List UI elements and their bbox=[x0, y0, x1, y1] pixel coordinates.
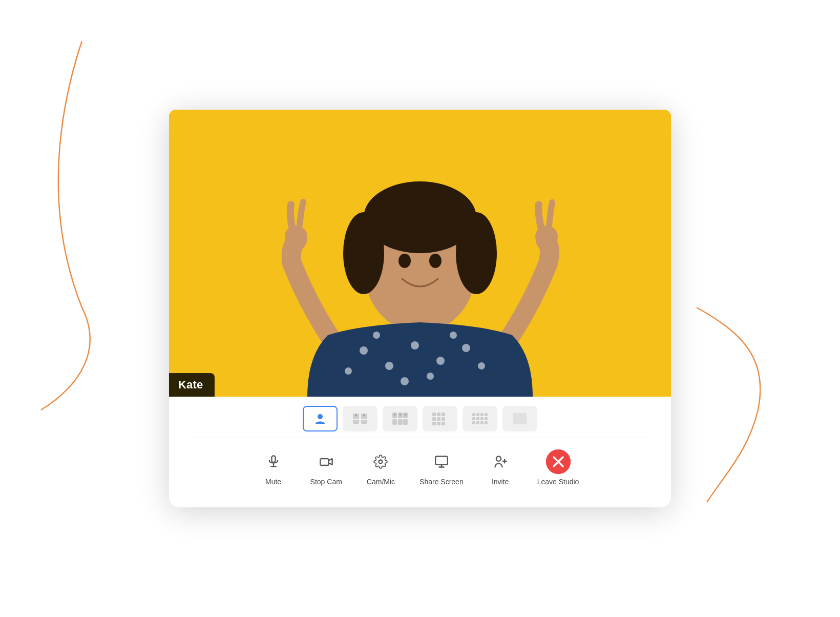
svg-point-23 bbox=[478, 362, 485, 369]
share-screen-button[interactable]: Share Screen bbox=[419, 449, 464, 486]
layout-2up-button[interactable] bbox=[343, 406, 377, 431]
svg-rect-56 bbox=[485, 417, 488, 420]
svg-point-20 bbox=[401, 377, 409, 385]
svg-point-10 bbox=[429, 254, 442, 268]
svg-rect-51 bbox=[480, 413, 484, 416]
svg-rect-50 bbox=[476, 413, 479, 416]
svg-rect-60 bbox=[485, 421, 488, 424]
mute-button[interactable]: Mute bbox=[261, 449, 286, 486]
svg-rect-65 bbox=[320, 459, 328, 465]
svg-rect-40 bbox=[432, 413, 436, 416]
stop-cam-icon-wrap bbox=[314, 449, 339, 474]
svg-rect-46 bbox=[432, 422, 436, 425]
svg-point-9 bbox=[398, 254, 411, 268]
layout-selector bbox=[169, 397, 671, 438]
svg-rect-55 bbox=[480, 417, 484, 420]
layout-blank-button[interactable] bbox=[502, 406, 537, 431]
svg-rect-61 bbox=[513, 413, 527, 424]
close-icon bbox=[546, 449, 571, 474]
svg-rect-44 bbox=[437, 417, 440, 421]
cam-mic-label: Cam/Mic bbox=[367, 478, 395, 486]
svg-rect-53 bbox=[472, 417, 475, 420]
svg-point-70 bbox=[496, 457, 501, 461]
svg-point-21 bbox=[427, 373, 434, 380]
svg-rect-48 bbox=[442, 422, 445, 425]
svg-rect-41 bbox=[437, 413, 440, 416]
stop-cam-button[interactable]: Stop Cam bbox=[310, 449, 342, 486]
layout-3up-button[interactable] bbox=[383, 406, 417, 431]
svg-point-38 bbox=[400, 414, 402, 416]
svg-rect-43 bbox=[432, 417, 436, 421]
svg-rect-34 bbox=[392, 419, 397, 425]
layout-single-button[interactable] bbox=[303, 406, 338, 431]
invite-icon-wrap bbox=[488, 449, 513, 474]
svg-point-16 bbox=[436, 357, 445, 365]
video-feed: Kate bbox=[169, 110, 671, 397]
monitor-icon bbox=[434, 455, 449, 469]
layout-5up-button[interactable] bbox=[463, 406, 497, 431]
cam-mic-button[interactable]: Cam/Mic bbox=[367, 449, 395, 486]
svg-point-22 bbox=[345, 367, 352, 375]
svg-rect-58 bbox=[476, 421, 479, 424]
controls-bar: Mute Stop Cam Cam/Mic bbox=[169, 438, 671, 492]
settings-icon bbox=[373, 455, 388, 469]
leave-studio-label: Leave Studio bbox=[537, 478, 579, 486]
add-person-icon bbox=[493, 455, 508, 469]
svg-rect-27 bbox=[353, 420, 359, 424]
share-screen-label: Share Screen bbox=[419, 478, 464, 486]
leave-studio-button[interactable]: Leave Studio bbox=[537, 449, 579, 486]
layout-4up-button[interactable] bbox=[423, 406, 457, 431]
svg-rect-49 bbox=[472, 413, 475, 416]
svg-rect-28 bbox=[361, 420, 367, 424]
svg-point-15 bbox=[411, 341, 419, 349]
svg-rect-42 bbox=[442, 413, 445, 416]
svg-rect-67 bbox=[435, 457, 447, 465]
mute-icon-wrap bbox=[261, 449, 286, 474]
invite-button[interactable]: Invite bbox=[488, 449, 513, 486]
camera-icon bbox=[319, 455, 333, 469]
svg-rect-57 bbox=[472, 421, 475, 424]
svg-point-11 bbox=[285, 225, 307, 248]
participant-video bbox=[169, 110, 671, 397]
svg-point-19 bbox=[450, 332, 457, 339]
svg-rect-59 bbox=[480, 421, 484, 424]
svg-rect-36 bbox=[403, 419, 408, 425]
svg-point-39 bbox=[405, 414, 407, 416]
share-screen-icon-wrap bbox=[429, 449, 454, 474]
svg-point-14 bbox=[385, 362, 393, 370]
svg-point-30 bbox=[363, 414, 365, 416]
svg-point-7 bbox=[343, 212, 384, 294]
svg-rect-54 bbox=[476, 417, 479, 420]
cam-mic-icon-wrap bbox=[368, 449, 393, 474]
video-app: Kate bbox=[169, 110, 671, 507]
svg-rect-62 bbox=[271, 456, 275, 462]
svg-point-66 bbox=[379, 460, 383, 464]
svg-point-37 bbox=[394, 414, 396, 416]
svg-point-24 bbox=[318, 414, 323, 419]
svg-rect-47 bbox=[437, 422, 440, 425]
stop-cam-label: Stop Cam bbox=[310, 478, 342, 486]
svg-point-29 bbox=[355, 414, 357, 416]
svg-point-8 bbox=[456, 212, 497, 294]
invite-label: Invite bbox=[492, 478, 509, 486]
svg-rect-45 bbox=[442, 417, 445, 421]
video-area: Kate bbox=[169, 110, 671, 397]
svg-point-18 bbox=[373, 332, 380, 339]
participant-name-badge: Kate bbox=[169, 373, 215, 397]
leave-studio-icon-wrap bbox=[546, 449, 571, 474]
svg-point-13 bbox=[360, 346, 368, 355]
mic-icon bbox=[266, 455, 281, 469]
svg-point-17 bbox=[462, 344, 470, 352]
svg-rect-35 bbox=[398, 419, 403, 425]
mute-label: Mute bbox=[265, 478, 281, 486]
svg-rect-52 bbox=[485, 413, 488, 416]
